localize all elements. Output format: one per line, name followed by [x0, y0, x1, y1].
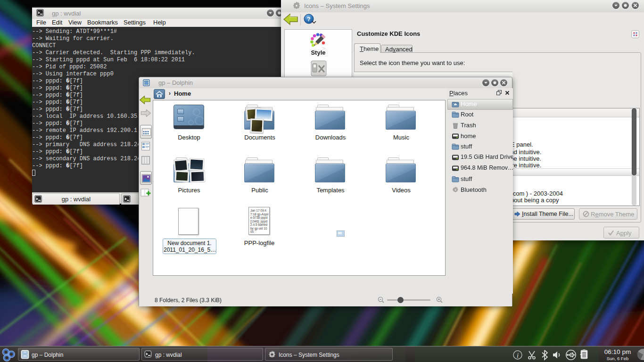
svg-text:?: ?: [307, 16, 311, 23]
svg-text:i: i: [517, 352, 519, 359]
